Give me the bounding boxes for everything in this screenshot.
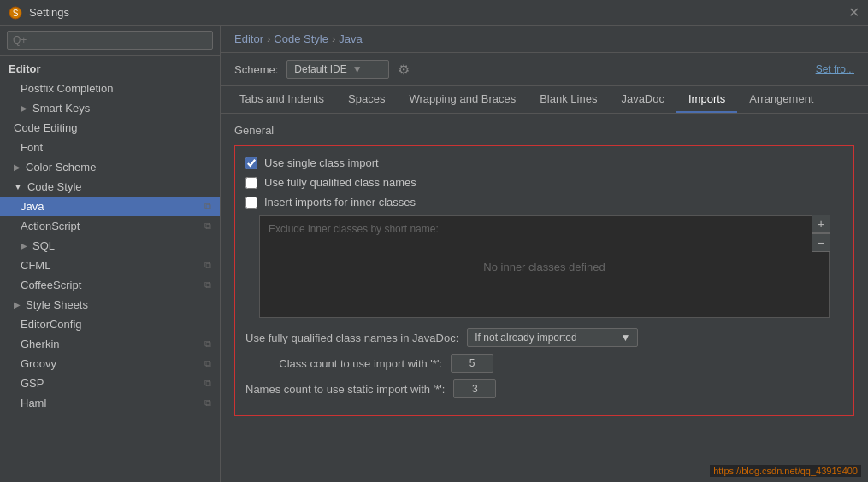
class-count-input[interactable] [451, 354, 493, 373]
content-panel: Editor › Code Style › Java Scheme: Defau… [221, 26, 868, 482]
editor-section-label: Editor [0, 56, 220, 79]
qualified-names-label: Use fully qualified class names [264, 176, 416, 189]
smart-keys-arrow-icon: ▶ [21, 103, 27, 113]
gherkin-copy-icon: ⧉ [204, 338, 211, 350]
inner-classes-box: Exclude inner classes by short name: No … [259, 215, 830, 318]
sidebar-item-actionscript[interactable]: ActionScript ⧉ [0, 216, 220, 236]
tab-imports[interactable]: Imports [676, 86, 737, 113]
search-input[interactable] [7, 31, 213, 50]
scheme-value: Default IDE [294, 63, 346, 75]
tab-wrapping[interactable]: Wrapping and Braces [397, 86, 528, 113]
tab-javadoc[interactable]: JavaDoc [609, 86, 676, 113]
haml-copy-icon: ⧉ [204, 397, 211, 409]
set-from-link[interactable]: Set fro... [816, 63, 854, 75]
sidebar-item-font[interactable]: Font [0, 138, 220, 157]
general-section-title: General [234, 124, 854, 137]
haml-label: Haml [21, 397, 46, 409]
groovy-label: Groovy [21, 357, 56, 370]
cfml-copy-icon: ⧉ [204, 260, 211, 271]
inner-imports-row: Insert imports for inner classes [245, 196, 843, 209]
remove-inner-class-button[interactable]: − [812, 233, 830, 252]
javadoc-value: If not already imported [475, 332, 576, 344]
scheme-dropdown[interactable]: Default IDE ▼ [286, 60, 389, 79]
sql-label: SQL [32, 239, 55, 252]
gsp-label: GSP [21, 377, 44, 390]
sql-arrow-icon: ▶ [21, 241, 27, 250]
tab-arrangement[interactable]: Arrangement [737, 86, 825, 113]
inner-classes-empty-text: No inner classes defined [483, 261, 605, 273]
groovy-copy-icon: ⧉ [204, 358, 211, 369]
tab-spaces[interactable]: Spaces [336, 86, 397, 113]
java-label: Java [21, 200, 44, 213]
smart-keys-label: Smart Keys [32, 102, 90, 115]
scheme-dropdown-arrow-icon: ▼ [352, 63, 363, 75]
sidebar-item-code-editing[interactable]: Code Editing [0, 118, 220, 138]
sidebar-item-gsp[interactable]: GSP ⧉ [0, 373, 220, 393]
breadcrumb-java: Java [339, 32, 362, 45]
javadoc-field-row: Use fully qualified class names in JavaD… [245, 328, 843, 347]
qualified-names-row: Use fully qualified class names [245, 176, 843, 189]
java-copy-icon: ⧉ [204, 201, 211, 212]
code-style-arrow-icon: ▼ [14, 182, 22, 191]
gear-button[interactable]: ⚙ [398, 62, 410, 78]
sidebar-item-postfix[interactable]: Postfix Completion [0, 79, 220, 98]
tabs-bar: Tabs and Indents Spaces Wrapping and Bra… [221, 86, 868, 114]
breadcrumb-editor: Editor [234, 32, 263, 45]
postfix-label: Postfix Completion [21, 82, 113, 95]
static-count-label: Names count to use static import with '*… [245, 383, 445, 396]
cfml-label: CFML [21, 259, 50, 272]
gherkin-label: Gherkin [21, 338, 60, 350]
single-import-label: Use single class import [264, 156, 379, 169]
titlebar-title: Settings [29, 6, 69, 19]
sidebar-item-cfml[interactable]: CFML ⧉ [0, 256, 220, 275]
javadoc-dropdown[interactable]: If not already imported ▼ [467, 328, 638, 347]
style-sheets-label: Style Sheets [26, 298, 88, 311]
style-sheets-arrow-icon: ▶ [14, 300, 21, 309]
breadcrumb-sep2: › [332, 32, 335, 45]
sidebar-item-gherkin[interactable]: Gherkin ⧉ [0, 334, 220, 354]
inner-imports-label: Insert imports for inner classes [264, 196, 416, 209]
breadcrumb: Editor › Code Style › Java [221, 26, 868, 53]
javadoc-dropdown-arrow-icon: ▼ [620, 332, 630, 344]
add-remove-buttons: + − [812, 215, 830, 252]
static-count-row: Names count to use static import with '*… [245, 379, 843, 398]
titlebar: S Settings ✕ [0, 0, 868, 26]
inner-classes-placeholder: Exclude inner classes by short name: [269, 223, 439, 235]
coffeescript-copy-icon: ⧉ [204, 279, 211, 291]
sidebar-item-style-sheets[interactable]: ▶ Style Sheets [0, 295, 220, 314]
color-scheme-arrow-icon: ▶ [14, 162, 21, 172]
code-style-label: Code Style [27, 180, 82, 193]
sidebar: Editor Postfix Completion ▶ Smart Keys C… [0, 26, 221, 482]
editorconfig-label: EditorConfig [21, 318, 82, 331]
actionscript-copy-icon: ⧉ [204, 220, 211, 232]
sidebar-item-color-scheme[interactable]: ▶ Color Scheme [0, 157, 220, 177]
tab-tabs-indents[interactable]: Tabs and Indents [227, 86, 336, 113]
class-count-row: Class count to use import with '*': [245, 354, 843, 373]
static-count-input[interactable] [453, 379, 496, 398]
font-label: Font [21, 141, 43, 154]
javadoc-field-label: Use fully qualified class names in JavaD… [245, 332, 458, 344]
sidebar-item-sql[interactable]: ▶ SQL [0, 236, 220, 256]
sidebar-item-smart-keys[interactable]: ▶ Smart Keys [0, 98, 220, 118]
sidebar-item-java[interactable]: Java ⧉ [0, 197, 220, 216]
sidebar-item-groovy[interactable]: Groovy ⧉ [0, 354, 220, 373]
qualified-names-checkbox[interactable] [245, 177, 257, 189]
add-inner-class-button[interactable]: + [812, 215, 830, 233]
single-import-checkbox[interactable] [245, 157, 257, 169]
sidebar-item-editorconfig[interactable]: EditorConfig [0, 314, 220, 334]
close-button[interactable]: ✕ [848, 4, 859, 21]
main-layout: Editor Postfix Completion ▶ Smart Keys C… [0, 26, 868, 482]
breadcrumb-code-style: Code Style [274, 32, 328, 45]
scheme-bar: Scheme: Default IDE ▼ ⚙ Set fro... [221, 53, 868, 86]
sidebar-item-haml[interactable]: Haml ⧉ [0, 393, 220, 413]
sidebar-item-coffeescript[interactable]: CoffeeScript ⧉ [0, 275, 220, 295]
app-icon: S [9, 6, 22, 20]
svg-text:S: S [13, 9, 19, 18]
tab-blank-lines[interactable]: Blank Lines [528, 86, 609, 113]
code-editing-label: Code Editing [14, 121, 77, 134]
color-scheme-label: Color Scheme [26, 161, 96, 173]
sidebar-search-container [0, 26, 220, 56]
inner-classes-container: Exclude inner classes by short name: No … [259, 215, 830, 318]
inner-imports-checkbox[interactable] [245, 197, 257, 209]
sidebar-item-code-style[interactable]: ▼ Code Style [0, 177, 220, 197]
